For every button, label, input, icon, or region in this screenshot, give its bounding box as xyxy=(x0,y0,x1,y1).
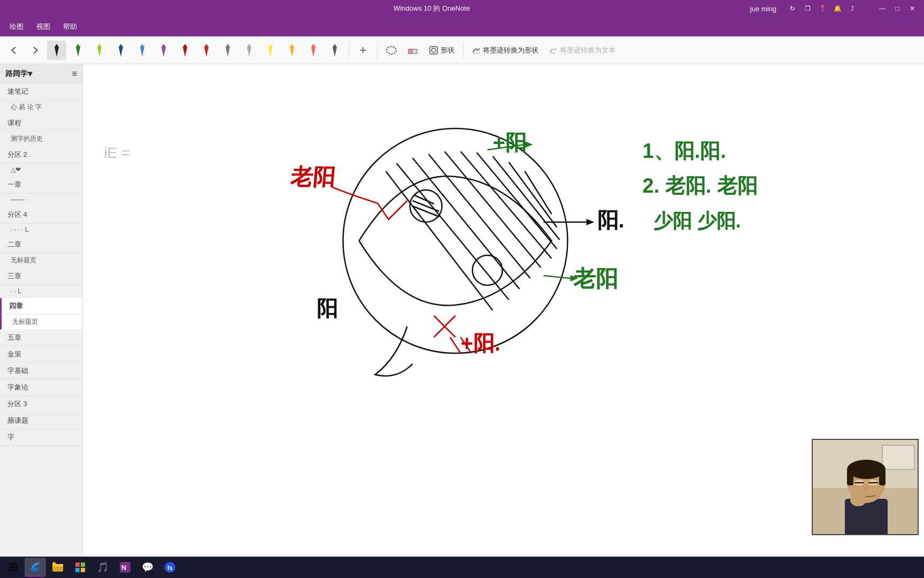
sidebar-item-pinketi[interactable]: 频课题 xyxy=(0,413,82,429)
sidebar-item-label: 速笔记 xyxy=(7,87,28,96)
svg-text:N: N xyxy=(121,564,126,572)
svg-text:Aa: Aa xyxy=(550,51,555,55)
sidebar-page-ch2[interactable]: 无标题页 xyxy=(0,253,82,268)
pen-darkred-btn[interactable] xyxy=(175,41,195,60)
svg-marker-4 xyxy=(140,44,144,57)
sidebar-item-label: 频课题 xyxy=(7,416,28,425)
sidebar-item-ch3[interactable]: 三章 xyxy=(0,268,82,285)
svg-line-42 xyxy=(333,187,354,195)
sidebar-item-zijichu[interactable]: 字基础 xyxy=(0,363,82,379)
menu-draw[interactable]: 绘图 xyxy=(4,20,29,34)
copy-btn[interactable]: ❐ xyxy=(802,3,813,14)
sidebar-item-section3[interactable]: 分区 3 xyxy=(0,396,82,413)
taskbar-store-btn[interactable] xyxy=(70,558,91,577)
sidebar-page-ch1[interactable]: —— · xyxy=(0,193,82,207)
highlighter-yellow-btn[interactable] xyxy=(261,41,280,60)
taskbar-media-btn[interactable]: 🎵 xyxy=(92,558,113,577)
sidebar-item-ch2[interactable]: 二章 xyxy=(0,237,82,253)
svg-rect-77 xyxy=(81,562,85,567)
sidebar-item-zi[interactable]: 字 xyxy=(0,429,82,446)
bell-btn[interactable]: 🔔 xyxy=(832,3,843,14)
pen-gray2-btn[interactable] xyxy=(240,41,259,60)
highlighter-dark-btn[interactable] xyxy=(325,41,344,60)
sidebar-item-speednote[interactable]: 速笔记 xyxy=(0,83,82,100)
pen-blue-btn[interactable] xyxy=(133,41,152,60)
shapes-btn[interactable]: 形状 xyxy=(425,43,459,57)
svg-marker-0 xyxy=(55,44,59,57)
svg-rect-79 xyxy=(81,568,85,572)
drawing-canvas: 老阳 阳 +阳 阳. 老阳 +阳. 1、阳.阳. 2. 老阳. 老阳 少阳 少阳… xyxy=(83,64,924,557)
webcam-overlay xyxy=(812,439,919,535)
sidebar-page-ch3[interactable]: · · L xyxy=(0,285,82,298)
svg-text:iE =: iE = xyxy=(104,144,130,161)
taskbar-explorer-btn[interactable] xyxy=(47,558,68,577)
ink-to-text-btn[interactable]: Aa 将墨迹转换为文本 xyxy=(545,43,620,57)
close-btn[interactable]: ✕ xyxy=(907,3,918,14)
sidebar-item-ch1[interactable]: 一章 xyxy=(0,177,82,193)
svg-rect-16 xyxy=(409,49,412,54)
ink-to-shape-label: 将墨迹转换为形状 xyxy=(483,45,538,55)
sidebar-page-s4[interactable]: · · · · L xyxy=(0,223,82,237)
taskbar-chat-btn[interactable]: 💬 xyxy=(137,558,158,577)
sidebar-item-ch4[interactable]: 四章 xyxy=(0,298,82,315)
sidebar-item-course[interactable]: 课程 xyxy=(0,115,82,132)
svg-rect-66 xyxy=(847,469,853,485)
svg-text:1、阳.阳.: 1、阳.阳. xyxy=(643,140,726,162)
sidebar-item-label: 字象论 xyxy=(7,383,28,392)
sidebar: 路阔学 ▾ ≡ 速笔记 心 易 论 字 课程 测字的历史 分区 2 △❤ 一章 … xyxy=(0,64,83,557)
sidebar-dropdown-icon[interactable]: ▾ xyxy=(28,69,32,79)
sidebar-sort-icon[interactable]: ≡ xyxy=(72,69,77,79)
ink-to-shape-btn[interactable]: 将墨迹转换为形状 xyxy=(468,43,543,57)
sidebar-item-zixianglun[interactable]: 字象论 xyxy=(0,379,82,396)
sidebar-item-ch5[interactable]: 五章 xyxy=(0,330,82,346)
svg-marker-3 xyxy=(119,44,123,57)
highlighter-orange-btn[interactable] xyxy=(282,41,302,60)
svg-rect-61 xyxy=(882,445,914,469)
pen-navy-btn[interactable] xyxy=(111,41,130,60)
menu-help[interactable]: 帮助 xyxy=(58,20,82,34)
pen-black-btn[interactable] xyxy=(47,41,66,60)
canvas-area[interactable]: 老阳 阳 +阳 阳. 老阳 +阳. 1、阳.阳. 2. 老阳. 老阳 少阳 少阳… xyxy=(83,64,924,557)
lasso-btn[interactable] xyxy=(382,41,401,60)
sidebar-item-label: 二章 xyxy=(7,240,21,249)
svg-text:阳.: 阳. xyxy=(597,208,625,232)
sidebar-page-yilunzi[interactable]: 心 易 论 字 xyxy=(0,100,82,115)
sidebar-item-jince[interactable]: 金策 xyxy=(0,346,82,363)
svg-line-27 xyxy=(461,151,552,258)
webcam-face xyxy=(813,440,918,534)
minimize-btn[interactable]: — xyxy=(877,3,888,14)
add-tool-btn[interactable]: + xyxy=(353,41,373,60)
sidebar-item-section4[interactable]: 分区 4 xyxy=(0,207,82,223)
svg-text:少阳  少阳.: 少阳 少阳. xyxy=(653,210,741,232)
ink-to-text-label: 将墨迹转换为文本 xyxy=(560,45,615,55)
sidebar-page-s2[interactable]: △❤ xyxy=(0,163,82,177)
nav-forward-btn[interactable] xyxy=(26,41,45,60)
location-btn[interactable]: 📍 xyxy=(817,3,828,14)
pen-red-btn[interactable] xyxy=(197,41,216,60)
pen-olive-btn[interactable] xyxy=(90,41,109,60)
sidebar-page-ch4[interactable]: 无标题页 xyxy=(0,315,82,330)
taskbar-feishu-btn[interactable]: fs xyxy=(159,558,181,577)
nav-back-btn[interactable] xyxy=(4,41,24,60)
taskbar-edge-btn[interactable] xyxy=(25,558,46,577)
pen-purple-btn[interactable] xyxy=(154,41,173,60)
pen-gray1-btn[interactable] xyxy=(218,41,237,60)
sidebar-page-cezilishi[interactable]: 测字的历史 xyxy=(0,132,82,147)
menubar: 绘图 视图 帮助 xyxy=(0,17,924,36)
maximize-btn[interactable]: □ xyxy=(892,3,903,14)
taskbar-start-btn[interactable]: ⊞ xyxy=(2,558,24,577)
refresh-btn[interactable]: ↻ xyxy=(787,3,798,14)
svg-text:2. 老阳. 老阳: 2. 老阳. 老阳 xyxy=(643,174,758,197)
eraser-btn[interactable] xyxy=(403,41,422,60)
sidebar-item-label: 五章 xyxy=(7,333,21,343)
share-btn[interactable]: ⤴ xyxy=(847,3,858,14)
svg-rect-78 xyxy=(75,568,80,572)
svg-line-41 xyxy=(354,195,378,203)
taskbar-onenote-btn[interactable]: N xyxy=(114,558,136,577)
pen-green-btn[interactable] xyxy=(68,41,88,60)
sidebar-item-section2[interactable]: 分区 2 xyxy=(0,147,82,163)
sidebar-item-label: 三章 xyxy=(7,271,21,281)
highlighter-red-btn[interactable] xyxy=(304,41,323,60)
toolbar: + 形状 将墨迹转换为形状 Aa 将墨迹转换为文本 xyxy=(0,36,924,64)
menu-view[interactable]: 视图 xyxy=(31,20,56,34)
